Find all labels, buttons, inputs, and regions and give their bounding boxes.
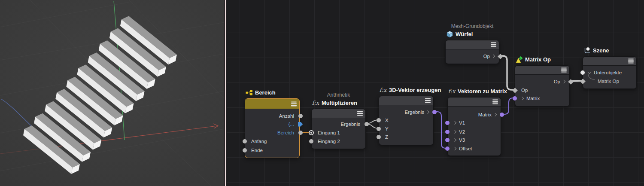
node-menu-icon[interactable] bbox=[628, 58, 634, 63]
node-menu-icon[interactable] bbox=[561, 67, 567, 72]
node-menu-icon[interactable] bbox=[357, 111, 363, 116]
port-dot[interactable] bbox=[298, 131, 303, 135]
port-dot[interactable] bbox=[445, 121, 450, 125]
port-label: Op bbox=[554, 78, 560, 85]
node-menu-icon[interactable] bbox=[291, 101, 297, 106]
node-title-label: Bereich bbox=[255, 89, 276, 96]
port-dot[interactable] bbox=[445, 146, 450, 151]
port-diamond[interactable] bbox=[568, 79, 574, 85]
port-label: Ende bbox=[251, 146, 263, 154]
node-mult[interactable]: ErgebnisEingang 1Eingang 2 bbox=[311, 109, 366, 149]
port-bereich-in_ende[interactable]: Ende bbox=[245, 146, 300, 154]
node-title-label: Vektoren zu Matrix bbox=[458, 88, 507, 95]
port-bereich-out_bereich[interactable]: Bereich bbox=[245, 129, 300, 137]
fx-glyph: f:x bbox=[380, 87, 387, 93]
node-title: Matrix Op bbox=[515, 56, 551, 63]
port-label: Anzahl bbox=[279, 112, 294, 120]
node-matrixop[interactable]: OpOpMatrix bbox=[515, 65, 570, 107]
port-dot[interactable] bbox=[309, 139, 313, 143]
node-menu-icon[interactable] bbox=[492, 99, 498, 104]
port-diamond[interactable] bbox=[498, 54, 503, 59]
node-vec3[interactable]: ErgebnisXYZ bbox=[379, 96, 434, 145]
node-title: f:x3D-Vektor erzeugen bbox=[379, 86, 441, 94]
port-vzm-in_v1[interactable]: V1 bbox=[448, 119, 501, 127]
port-ring-connected[interactable] bbox=[309, 130, 314, 135]
port-label: Z bbox=[385, 133, 388, 141]
port-dot[interactable] bbox=[580, 70, 585, 75]
port-dot[interactable] bbox=[377, 135, 381, 139]
fx-glyph: f:x bbox=[448, 88, 456, 95]
node-header[interactable] bbox=[515, 66, 569, 75]
node-header[interactable] bbox=[245, 99, 299, 109]
fx-glyph: f:x bbox=[312, 100, 319, 106]
port-dot[interactable] bbox=[377, 118, 381, 122]
port-vzm-out_matrix[interactable]: Matrix bbox=[448, 111, 501, 119]
node-wuerfel[interactable]: Op bbox=[445, 40, 499, 64]
port-label: V2 bbox=[459, 128, 465, 136]
port-label: Unterobjekte bbox=[594, 69, 622, 76]
port-bereich-out_anzahl[interactable]: Anzahl bbox=[245, 112, 300, 120]
node-header[interactable] bbox=[583, 57, 636, 66]
port-dot[interactable] bbox=[298, 114, 303, 118]
port-dot[interactable] bbox=[243, 139, 247, 143]
node-menu-icon[interactable] bbox=[425, 98, 431, 103]
port-dot[interactable] bbox=[432, 110, 437, 114]
port-bereich-out_stream[interactable]: {... bbox=[245, 120, 300, 128]
port-mult-in_eingang2[interactable]: Eingang 2 bbox=[312, 137, 366, 145]
port-label: V3 bbox=[459, 136, 465, 144]
port-label: Ergebnis bbox=[405, 108, 424, 116]
chevron-right-icon bbox=[453, 138, 456, 142]
node-header[interactable] bbox=[446, 40, 499, 49]
node-header[interactable] bbox=[312, 109, 365, 118]
node-szene[interactable]: UnterobjekteMatrix Op bbox=[583, 56, 637, 89]
cube-icon bbox=[446, 31, 453, 38]
node-title-label: Multiplizieren bbox=[322, 100, 357, 106]
node-title: Würfel bbox=[446, 30, 473, 38]
node-title: f:xVektoren zu Matrix bbox=[448, 88, 507, 95]
port-bereich-in_anfang[interactable]: Anfang bbox=[245, 137, 300, 145]
port-matrixop-out_op[interactable]: Op bbox=[515, 78, 570, 85]
port-dot[interactable] bbox=[243, 148, 247, 152]
port-mult-out_ergebnis[interactable]: Ergebnis bbox=[312, 120, 366, 128]
port-vzm-in_v3[interactable]: V3 bbox=[448, 136, 501, 144]
port-wuerfel-out_op[interactable]: Op bbox=[446, 52, 500, 60]
node-bereich[interactable]: Anzahl{...BereichAnfangEnde bbox=[245, 98, 300, 158]
port-vec3-in_z[interactable]: Z bbox=[379, 133, 434, 141]
port-diamond[interactable] bbox=[512, 88, 518, 93]
node-menu-icon[interactable] bbox=[491, 42, 496, 47]
port-dot[interactable] bbox=[513, 96, 517, 101]
fx-icon: f:x bbox=[379, 87, 387, 94]
chevron-right-icon bbox=[426, 110, 429, 114]
port-label: Op bbox=[521, 86, 528, 94]
scene-icon bbox=[583, 47, 591, 54]
node-vzm[interactable]: MatrixV1V2V3Offset bbox=[447, 97, 501, 156]
port-dot[interactable] bbox=[365, 122, 369, 126]
node-header[interactable] bbox=[448, 98, 501, 107]
port-pentagon[interactable] bbox=[298, 122, 303, 127]
port-label: Op bbox=[483, 52, 490, 60]
port-vzm-in_offset[interactable]: Offset bbox=[448, 145, 501, 152]
node-title-label: Würfel bbox=[456, 31, 473, 37]
port-label: Bereich bbox=[277, 129, 294, 137]
port-matrixop-in_op[interactable]: Op bbox=[515, 86, 570, 94]
port-dot[interactable] bbox=[500, 113, 504, 117]
port-vzm-in_v2[interactable]: V2 bbox=[448, 128, 501, 136]
node-title: f:xMultiplizieren bbox=[312, 99, 357, 107]
port-dot[interactable] bbox=[377, 127, 381, 131]
port-dot[interactable] bbox=[445, 138, 450, 142]
port-label: Matrix bbox=[478, 111, 492, 119]
port-vec3-in_x[interactable]: X bbox=[379, 116, 434, 124]
port-mult-in_eingang1[interactable]: Eingang 1 bbox=[312, 129, 366, 137]
port-matrixop-in_matrix[interactable]: Matrix bbox=[515, 95, 570, 102]
port-label: V1 bbox=[459, 119, 465, 127]
port-vec3-in_y[interactable]: Y bbox=[379, 125, 434, 133]
node-title-label: 3D-Vektor erzeugen bbox=[389, 87, 441, 93]
port-dot[interactable] bbox=[445, 130, 450, 134]
node-header[interactable] bbox=[379, 96, 433, 105]
port-vec3-out_ergebnis[interactable]: Ergebnis bbox=[379, 108, 434, 116]
matrixop-icon bbox=[515, 56, 523, 63]
port-label: Anfang bbox=[251, 137, 267, 145]
child-elbow-line bbox=[585, 73, 596, 82]
chevron-right-icon bbox=[520, 97, 524, 100]
port-szene-in_matrixop[interactable]: Matrix Op bbox=[583, 77, 637, 85]
